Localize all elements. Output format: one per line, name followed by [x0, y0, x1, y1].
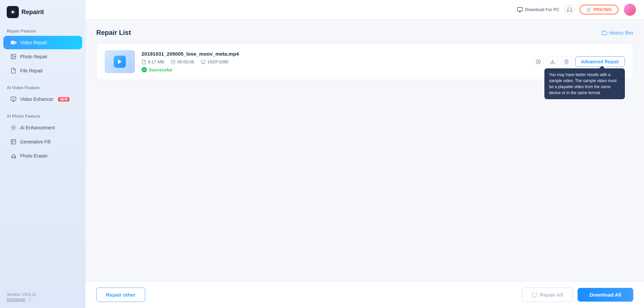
photo-repair-label: Photo Repair	[20, 54, 48, 59]
download-for-pc-button[interactable]: Download For PC	[517, 7, 559, 13]
monitor-icon	[517, 7, 523, 13]
cart-icon: 🛒	[586, 7, 592, 12]
file-meta: 9.17 MB 00:00:06 1920*1080	[142, 59, 526, 64]
file-duration-item: 00:00:06	[171, 59, 194, 64]
status-badge: Successful	[142, 67, 526, 72]
sidebar-item-generative-fill[interactable]: Generative Fill	[3, 135, 82, 148]
app-name: Repairit	[21, 9, 44, 16]
sidebar-item-photo-repair[interactable]: Photo Repair	[3, 50, 82, 63]
play-icon	[114, 56, 126, 68]
photo-eraser-icon	[10, 152, 17, 159]
sidebar-item-video-repair[interactable]: Video Repair	[3, 36, 82, 49]
sidebar-footer: Version: V3.0.12 Disclaimer ⓘ	[0, 287, 86, 308]
ai-photo-label: AI Photo Feature	[0, 109, 86, 121]
file-repair-icon	[10, 67, 17, 74]
ai-video-label: AI Video Feature	[0, 81, 86, 92]
svg-rect-8	[11, 139, 16, 144]
svg-point-15	[536, 59, 540, 64]
app-logo-icon	[7, 6, 19, 18]
video-enhancer-icon	[10, 96, 17, 103]
svg-rect-10	[518, 7, 523, 11]
ai-enhancement-label: AI Enhancement	[20, 125, 55, 130]
play-circle-icon	[536, 59, 541, 64]
download-button[interactable]	[547, 56, 558, 67]
page-title: Repair List	[96, 29, 131, 37]
content-header: Repair List History files	[96, 29, 633, 37]
video-thumbnail	[105, 50, 135, 73]
status-text: Successful	[149, 67, 172, 72]
display-icon	[201, 60, 206, 64]
play-triangle-icon	[117, 59, 123, 65]
disclaimer-link[interactable]: Disclaimer	[7, 297, 25, 302]
repair-all-button[interactable]: Repair All	[522, 288, 573, 302]
new-badge: NEW	[58, 97, 69, 102]
repair-list-item: 20191031_205005_lose_moov_meta.mp4 9.17 …	[96, 43, 633, 80]
sidebar-item-video-enhancer[interactable]: Video Enhancer NEW	[3, 93, 82, 106]
main-area: Download For PC 🛒 PRICING Repair List Hi…	[86, 0, 644, 308]
svg-point-9	[14, 157, 16, 158]
card-actions: Advanced Repair	[533, 56, 625, 67]
file-repair-label: File Repair	[20, 68, 43, 73]
bottom-bar: Repair other Repair All Download All	[86, 281, 644, 308]
advanced-repair-tooltip: You may have better results with a sampl…	[544, 68, 625, 99]
sidebar-item-photo-eraser[interactable]: Photo Eraser	[3, 149, 82, 163]
repair-all-label: Repair All	[540, 292, 563, 298]
history-files-label: History files	[609, 30, 633, 36]
help-button[interactable]	[565, 5, 574, 14]
video-enhancer-label: Video Enhancer	[20, 97, 53, 102]
folder-icon	[602, 30, 607, 36]
app-logo: Repairit	[0, 0, 86, 24]
generative-fill-label: Generative Fill	[20, 139, 50, 144]
repair-other-button[interactable]: Repair other	[96, 288, 145, 302]
history-files-button[interactable]: History files	[602, 30, 633, 36]
repair-feature-label: Repair Feature	[0, 24, 86, 36]
file-size-item: 9.17 MB	[142, 59, 164, 64]
file-info: 20191031_205005_lose_moov_meta.mp4 9.17 …	[142, 51, 526, 72]
trash-icon	[564, 59, 569, 64]
success-icon	[142, 67, 147, 72]
svg-marker-11	[118, 59, 122, 64]
disclaimer-info-icon: ⓘ	[28, 297, 32, 302]
file-size-icon	[142, 60, 146, 64]
pricing-button[interactable]: 🛒 PRICING	[580, 5, 619, 14]
svg-marker-16	[538, 61, 539, 62]
photo-repair-icon	[10, 53, 17, 60]
file-name: 20191031_205005_lose_moov_meta.mp4	[142, 51, 526, 57]
svg-rect-13	[201, 60, 205, 63]
svg-point-7	[13, 127, 14, 129]
bottom-right-actions: Repair All Download All	[522, 288, 633, 302]
topbar: Download For PC 🛒 PRICING	[86, 0, 644, 19]
file-size: 9.17 MB	[148, 59, 164, 64]
version-text: Version: V3.0.12	[7, 292, 79, 297]
sidebar-item-ai-enhancement[interactable]: AI Enhancement	[3, 121, 82, 134]
file-duration: 00:00:06	[177, 59, 194, 64]
video-repair-label: Video Repair	[20, 40, 47, 45]
video-repair-icon	[10, 39, 17, 46]
generative-fill-icon	[10, 138, 17, 145]
file-resolution-item: 1920*1080	[201, 59, 228, 64]
ai-enhancement-icon	[10, 124, 17, 131]
pricing-label: PRICING	[594, 7, 612, 12]
preview-button[interactable]	[533, 56, 544, 67]
photo-eraser-label: Photo Eraser	[20, 153, 48, 159]
delete-button[interactable]	[561, 56, 572, 67]
repair-all-icon	[532, 292, 537, 298]
file-resolution: 1920*1080	[207, 59, 228, 64]
user-avatar[interactable]	[624, 4, 636, 16]
sidebar: Repairit Repair Feature Video Repair Pho…	[0, 0, 86, 308]
content-area: Repair List History files 20191031_20500…	[86, 19, 644, 281]
sidebar-item-file-repair[interactable]: File Repair	[3, 64, 82, 77]
download-all-button[interactable]: Download All	[578, 288, 633, 302]
headset-icon	[567, 7, 572, 12]
svg-rect-2	[11, 41, 15, 45]
tooltip-text: You may have better results with a sampl…	[549, 72, 616, 95]
download-icon	[550, 59, 555, 64]
download-pc-label: Download For PC	[525, 7, 559, 12]
svg-point-5	[12, 55, 13, 56]
svg-marker-3	[15, 41, 16, 44]
clock-icon	[171, 60, 175, 64]
